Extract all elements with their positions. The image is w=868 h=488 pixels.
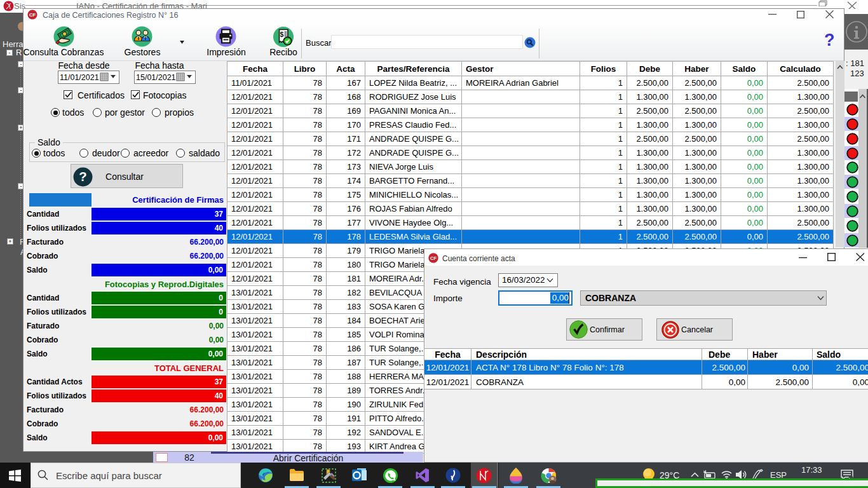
svg-text:$: $ [280, 30, 284, 38]
svg-text:?: ? [79, 170, 86, 184]
svg-text:CF: CF [29, 12, 36, 18]
svg-text:CF: CF [430, 255, 437, 261]
